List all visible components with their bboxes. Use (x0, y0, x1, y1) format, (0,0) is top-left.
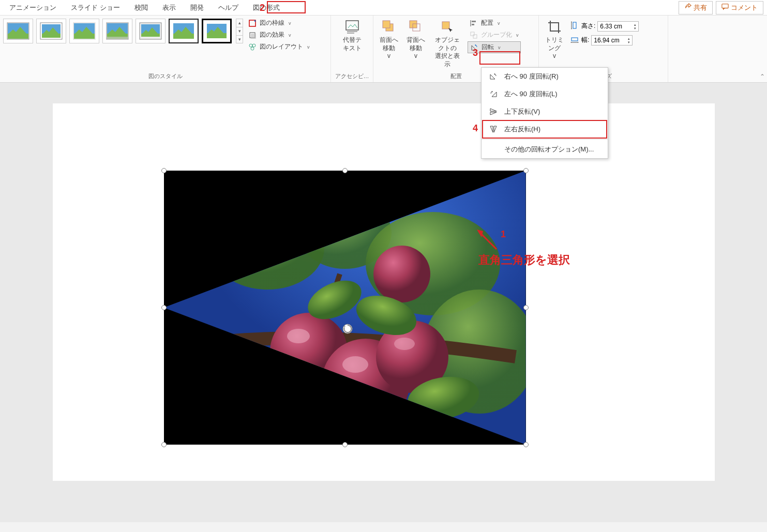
svg-rect-36 (472, 21, 476, 22)
alt-text-button[interactable]: 代替テ キスト (339, 17, 366, 54)
more-rotation-options[interactable]: その他の回転オプション(M)... (482, 141, 608, 158)
svg-rect-9 (74, 34, 95, 39)
group-label: グループ化 (481, 31, 512, 39)
handle-tr[interactable] (523, 168, 529, 173)
svg-rect-16 (141, 34, 160, 37)
rotate-right-label: 右へ 90 度回転(R) (504, 72, 559, 81)
svg-rect-0 (722, 4, 728, 8)
width-up[interactable]: ▴ (628, 37, 630, 40)
collapse-ribbon[interactable]: ⌃ (760, 73, 765, 80)
rotate-icon (470, 43, 478, 52)
handle-ml[interactable] (161, 305, 167, 310)
ribbon: ▴ ▾ ▾ 図の枠線v 図の効果v 図のレイアウトv (0, 16, 767, 83)
comment-label: コメント (731, 3, 758, 12)
svg-rect-23 (251, 34, 256, 39)
picture-border-button[interactable]: 図の枠線v (246, 18, 312, 28)
tab-help[interactable]: ヘルプ (211, 1, 246, 14)
align-button[interactable]: 配置v (468, 18, 521, 28)
tab-view[interactable]: 表示 (155, 1, 183, 14)
picture-style-6[interactable] (169, 19, 199, 43)
picture-effects-label: 図の効果 (260, 31, 284, 39)
selection-pane-label: オブジェクトの 選択と表示 (433, 36, 461, 68)
height-icon (570, 21, 579, 32)
picture-layout-button[interactable]: 図のレイアウトv (246, 41, 312, 52)
slide-canvas[interactable] (53, 103, 715, 481)
handle-bl[interactable] (161, 442, 167, 447)
svg-rect-40 (573, 22, 576, 28)
height-up[interactable]: ▴ (634, 23, 636, 26)
dropdown-separator (482, 139, 608, 140)
svg-rect-32 (410, 21, 417, 28)
picture-style-7[interactable] (202, 19, 232, 43)
height-row: 高さ: 6.33 cm▴▾ (570, 21, 639, 32)
gallery-more[interactable]: ▾ (236, 35, 243, 43)
svg-rect-39 (473, 35, 477, 38)
selection-pane-icon (439, 19, 456, 35)
tab-developer[interactable]: 開発 (183, 1, 211, 14)
gallery-scroll-up[interactable]: ▴ (236, 19, 243, 27)
svg-rect-3 (8, 34, 28, 39)
effects-icon (248, 31, 257, 39)
tab-review[interactable]: 校閲 (127, 1, 155, 14)
handle-mr[interactable] (523, 305, 529, 310)
share-icon (684, 3, 691, 12)
svg-point-51 (373, 246, 430, 302)
picture-style-3[interactable] (69, 19, 99, 43)
width-input[interactable]: 16.94 cm▴▾ (591, 35, 633, 45)
rotate-right-90[interactable]: 右へ 90 度回転(R) (482, 68, 608, 85)
selected-shape[interactable] (164, 171, 526, 445)
svg-rect-34 (442, 22, 449, 29)
handle-tl[interactable] (161, 168, 167, 173)
alt-text-icon (344, 19, 360, 35)
group-picture-styles: ▴ ▾ ▾ 図の枠線v 図の効果v 図のレイアウトv (0, 16, 331, 82)
handle-tm[interactable] (342, 168, 348, 173)
picture-style-2[interactable] (36, 19, 66, 43)
flip-vertical[interactable]: 上下反転(V) (482, 103, 608, 120)
share-label: 共有 (694, 3, 707, 12)
svg-point-53 (342, 356, 368, 373)
rotation-handle[interactable] (342, 323, 353, 335)
more-options-label: その他の回転オプション(M)... (504, 145, 594, 154)
comment-icon (721, 3, 729, 12)
align-label: 配置 (481, 19, 493, 27)
group-icon (470, 31, 478, 39)
handle-bm[interactable] (342, 442, 348, 447)
layout-icon (248, 43, 257, 51)
group-label-access: アクセシビ… (333, 71, 371, 82)
width-down[interactable]: ▾ (628, 40, 630, 44)
align-icon (470, 19, 478, 27)
height-value: 6.33 cm (600, 23, 622, 30)
selection-pane-button[interactable]: オブジェクトの 選択と表示 (429, 17, 465, 70)
height-input[interactable]: 6.33 cm▴▾ (597, 21, 639, 32)
height-down[interactable]: ▾ (634, 26, 636, 30)
picture-style-1[interactable] (3, 19, 33, 43)
width-value: 16.94 cm (594, 37, 619, 44)
group-button: グループ化v (468, 29, 521, 40)
rotate-left-90[interactable]: 左へ 90 度回転(L) (482, 85, 608, 103)
crop-button[interactable]: トリミング v (541, 17, 568, 63)
bring-forward-button[interactable]: 前面へ 移動v (375, 17, 402, 63)
comment-button[interactable]: コメント (716, 1, 763, 14)
slide-workspace (0, 83, 767, 522)
send-backward-icon (408, 19, 424, 35)
crop-icon (546, 19, 563, 35)
rotate-button[interactable]: 回転v (468, 41, 521, 53)
flip-horizontal-label: 左右反転(H) (504, 125, 540, 134)
flip-horizontal[interactable]: 左右反転(H) (482, 120, 608, 138)
flip-vertical-icon (489, 107, 498, 116)
group-label-styles: 図のスタイル (2, 71, 328, 82)
picture-effects-button[interactable]: 図の効果v (246, 29, 312, 40)
svg-rect-41 (572, 38, 578, 41)
tab-animation[interactable]: アニメーション (2, 1, 64, 14)
gallery-scroll-down[interactable]: ▾ (236, 27, 243, 35)
tab-slideshow[interactable]: スライド ショー (64, 1, 127, 14)
send-backward-button[interactable]: 背面へ 移動v (402, 17, 429, 63)
tab-picture-format[interactable]: 図の形式 (246, 1, 287, 14)
svg-point-26 (251, 47, 254, 50)
tab-strip: アニメーション スライド ショー 校閲 表示 開発 ヘルプ 図の形式 共有 コメ… (0, 0, 767, 16)
share-button[interactable]: 共有 (679, 1, 713, 14)
picture-style-4[interactable] (102, 19, 132, 43)
handle-br[interactable] (523, 442, 529, 447)
border-icon (248, 19, 257, 27)
picture-style-5[interactable] (136, 19, 166, 43)
